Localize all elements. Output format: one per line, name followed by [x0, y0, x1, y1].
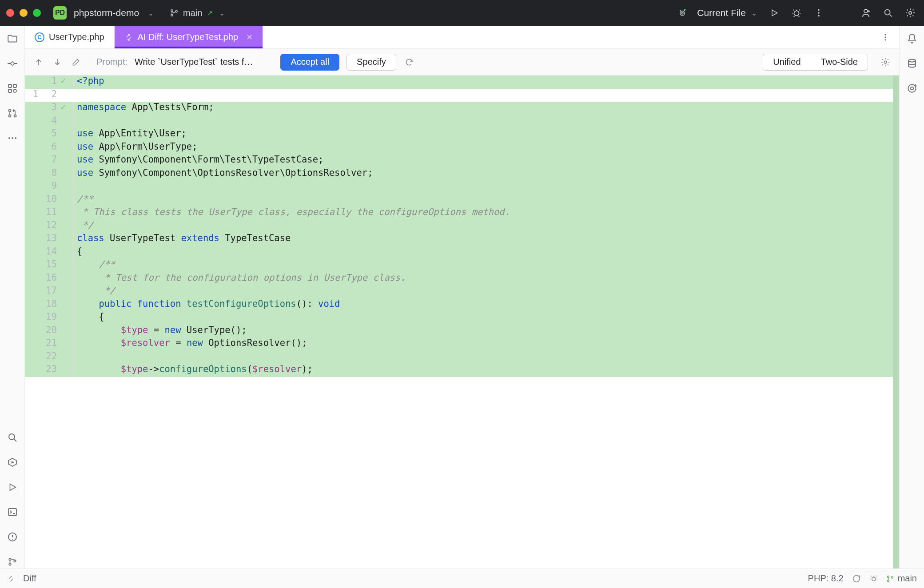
- code-line[interactable]: 20 $type = new UserType();: [25, 325, 899, 338]
- gutter-right: 4: [42, 115, 60, 128]
- svg-point-18: [13, 89, 16, 92]
- code-line[interactable]: 7use Symfony\Component\Form\Test\TypeTes…: [25, 154, 899, 167]
- settings-icon[interactable]: [903, 5, 918, 20]
- gutter-right: 10: [42, 194, 60, 207]
- code-line[interactable]: 11 * This class tests the UserType class…: [25, 207, 899, 220]
- window-close-button[interactable]: [6, 9, 14, 17]
- code-line[interactable]: 21 $resolver = new OptionsResolver();: [25, 338, 899, 351]
- svg-point-0: [171, 10, 173, 12]
- next-diff-icon[interactable]: [52, 56, 63, 68]
- code-line[interactable]: 13class UserTypeTest extends TypeTestCas…: [25, 233, 899, 246]
- svg-rect-17: [8, 89, 12, 92]
- gutter-mark: [60, 207, 73, 220]
- diff-view-toggle: Unified Two-Side: [763, 54, 868, 71]
- gutter-mark: [60, 194, 73, 207]
- run-tool-icon[interactable]: [6, 481, 19, 494]
- notifications-icon[interactable]: [905, 32, 919, 45]
- edit-icon[interactable]: [70, 56, 82, 68]
- code-with-me-icon[interactable]: [858, 5, 873, 20]
- chevron-down-icon[interactable]: ⌄: [219, 9, 225, 17]
- vcs-tool-icon[interactable]: [6, 555, 19, 568]
- status-branch[interactable]: main: [886, 573, 917, 584]
- code-line[interactable]: 1✓<?php: [25, 75, 899, 89]
- code-line[interactable]: 14{: [25, 246, 899, 259]
- tab-usertype-php[interactable]: C UserType.php: [25, 26, 115, 48]
- gutter-mark: [60, 128, 73, 141]
- svg-rect-15: [8, 84, 12, 87]
- code-text: * Test for the configuration options in …: [73, 272, 406, 286]
- problems-tool-icon[interactable]: [6, 530, 19, 544]
- database-tool-icon[interactable]: [905, 57, 919, 70]
- code-line[interactable]: 18 public function testConfigureOptions(…: [25, 298, 899, 312]
- code-line[interactable]: 9: [25, 180, 899, 194]
- gutter-right: 21: [42, 338, 60, 351]
- project-tool-icon[interactable]: [6, 32, 19, 45]
- terminal-tool-icon[interactable]: [6, 505, 19, 519]
- project-name[interactable]: phpstorm-demo: [74, 8, 139, 18]
- tab-label: UserType.php: [49, 32, 104, 42]
- diff-editor[interactable]: 1✓<?php123✓namespace App\Tests\Form;45us…: [25, 75, 899, 568]
- code-text: use App\Form\UserType;: [73, 141, 198, 155]
- gutter-right: 5: [42, 128, 60, 141]
- gutter-mark: [60, 89, 73, 102]
- debug-listen-icon[interactable]: [869, 574, 878, 583]
- code-line[interactable]: 19 {: [25, 311, 899, 325]
- code-line[interactable]: 3✓namespace App\Tests\Form;: [25, 102, 899, 115]
- unified-toggle[interactable]: Unified: [763, 54, 810, 70]
- code-text: */: [73, 285, 115, 298]
- diff-breadcrumb-label[interactable]: Diff: [23, 573, 36, 584]
- svg-point-23: [12, 137, 13, 139]
- code-line[interactable]: 4: [25, 115, 899, 128]
- vcs-branch-widget[interactable]: main ↗ ⌄: [170, 8, 225, 18]
- prev-diff-icon[interactable]: [33, 56, 44, 68]
- build-icon[interactable]: [675, 5, 690, 20]
- gutter-mark: ✓: [60, 75, 73, 89]
- tab-options-icon[interactable]: [879, 31, 892, 44]
- svg-point-8: [818, 9, 820, 11]
- code-line[interactable]: 10/**: [25, 194, 899, 207]
- window-zoom-button[interactable]: [33, 9, 41, 17]
- find-tool-icon[interactable]: [6, 431, 19, 444]
- tab-ai-diff[interactable]: AI Diff: UserTypeTest.php ✕: [115, 26, 263, 48]
- scrollbar-marker[interactable]: [893, 75, 899, 568]
- ai-status-icon[interactable]: [852, 574, 861, 584]
- structure-tool-icon[interactable]: [6, 82, 19, 95]
- code-line[interactable]: 12: [25, 89, 899, 102]
- pull-requests-icon[interactable]: [6, 107, 19, 120]
- chevron-down-icon[interactable]: ⌄: [148, 9, 154, 17]
- code-line[interactable]: 15 /**: [25, 259, 899, 272]
- code-line[interactable]: 12 */: [25, 220, 899, 233]
- specify-button[interactable]: Specify: [346, 54, 396, 71]
- ai-assistant-icon[interactable]: [905, 82, 919, 95]
- code-line[interactable]: 8use Symfony\Component\OptionsResolver\O…: [25, 167, 899, 181]
- svg-point-35: [884, 34, 886, 35]
- code-line[interactable]: 16 * Test for the configuration options …: [25, 272, 899, 286]
- code-line[interactable]: 23 $type->configureOptions($resolver);: [25, 364, 899, 377]
- svg-point-20: [8, 115, 11, 117]
- code-line[interactable]: 5use App\Entity\User;: [25, 128, 899, 141]
- diff-breadcrumb-icon[interactable]: [7, 575, 15, 583]
- more-horiz-icon[interactable]: [6, 131, 19, 145]
- code-line[interactable]: 22: [25, 351, 899, 364]
- php-version-label[interactable]: PHP: 8.2: [808, 573, 844, 584]
- refresh-icon[interactable]: [403, 56, 415, 68]
- two-side-toggle[interactable]: Two-Side: [811, 54, 868, 70]
- gutter-right: 8: [42, 167, 60, 181]
- window-minimize-button[interactable]: [20, 9, 28, 17]
- run-button[interactable]: [767, 5, 782, 20]
- search-everywhere-icon[interactable]: [880, 5, 896, 20]
- debug-button[interactable]: [789, 5, 804, 20]
- code-line[interactable]: 17 */: [25, 285, 899, 298]
- more-vert-icon[interactable]: [811, 5, 826, 20]
- services-tool-icon[interactable]: [6, 456, 19, 469]
- gutter-mark: [60, 246, 73, 259]
- gutter-left: [25, 259, 42, 272]
- gutter-left: [25, 115, 42, 128]
- accept-all-button[interactable]: Accept all: [280, 54, 339, 71]
- close-icon[interactable]: ✕: [246, 32, 253, 42]
- run-config-selector[interactable]: Current File ⌄: [697, 8, 757, 18]
- code-text: {: [73, 246, 82, 259]
- commit-tool-icon[interactable]: [6, 57, 19, 70]
- diff-settings-icon[interactable]: [880, 56, 891, 68]
- code-line[interactable]: 6use App\Form\UserType;: [25, 141, 899, 155]
